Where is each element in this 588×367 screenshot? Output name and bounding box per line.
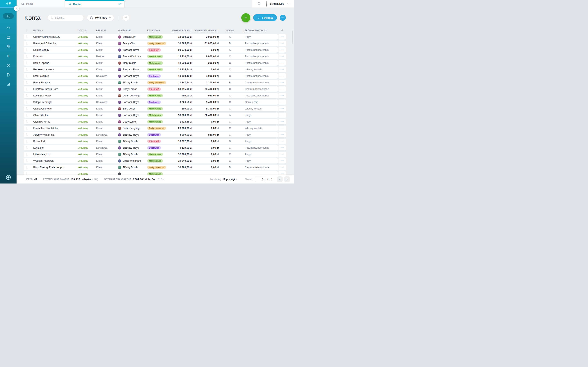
account-row[interactable]: Beton i spółka Aktualny Klient Mary Claf…	[24, 60, 286, 66]
sidebar-item-search[interactable]	[3, 13, 14, 19]
table-more-button[interactable]: •••	[280, 15, 286, 21]
sidebar-item-calendar[interactable]	[6, 33, 10, 42]
row-menu-button[interactable]: •••	[278, 100, 286, 105]
column-header-ocena[interactable]: OCENA	[221, 29, 239, 32]
row-menu-button[interactable]: •••	[278, 158, 286, 164]
account-row[interactable]: Stal Excalibur Aktualny Dostawca Zaznacz…	[24, 73, 286, 79]
sidebar-item-documents[interactable]	[6, 70, 10, 80]
account-row[interactable]: Obrazy Alphonse'a LLC Aktualny Klient St…	[24, 34, 286, 40]
account-row-main[interactable]: Beton i spółka Aktualny Klient Mary Claf…	[24, 60, 278, 66]
account-row[interactable]: Firma Fikcyjna Aktualny Klient Tiffany B…	[24, 80, 286, 85]
row-menu-button[interactable]: •••	[278, 80, 286, 85]
account-checkbox[interactable]	[26, 81, 27, 84]
prev-page-button[interactable]	[277, 176, 283, 182]
account-row-main[interactable]: Break and Drive, Inc. Aktualny Klient Je…	[24, 41, 278, 46]
account-checkbox[interactable]	[26, 55, 27, 58]
column-header-zrodlo[interactable]: ŹRÓDŁO KONTAKTU	[239, 29, 278, 32]
account-checkbox[interactable]	[26, 153, 27, 156]
row-menu-button[interactable]: •••	[278, 139, 286, 144]
account-row-main[interactable]: Aktualny Mały biznes	[24, 171, 278, 175]
row-menu-button[interactable]: •••	[278, 119, 286, 124]
account-row[interactable]: Kover, Ltd. Aktualny Klient Tiffany Boot…	[24, 139, 286, 144]
account-row-main[interactable]: Layla Inc. Aktualny Dostawca Zaznacz Ray…	[24, 145, 278, 150]
sidebar-item-contacts[interactable]	[6, 42, 11, 51]
account-checkbox[interactable]	[26, 133, 27, 136]
account-checkbox[interactable]	[26, 68, 27, 71]
account-row[interactable]: Budowa parasola Aktualny Klient Zaznacz …	[24, 67, 286, 72]
account-row-main[interactable]: Jeremy Winter Inc. Aktualny Dostawca Zaz…	[24, 132, 278, 137]
row-menu-button[interactable]: •••	[278, 54, 286, 59]
row-menu-button[interactable]: •••	[278, 145, 286, 150]
account-row-main[interactable]: Stal Excalibur Aktualny Dostawca Zaznacz…	[24, 73, 278, 79]
account-checkbox[interactable]	[26, 140, 27, 143]
account-row[interactable]: Ciasta Charlotte Aktualny Klient Sara Ol…	[24, 106, 286, 111]
column-header-kategoria[interactable]: KATEGORIA	[146, 29, 170, 32]
account-checkbox[interactable]	[26, 62, 27, 64]
next-page-button[interactable]	[284, 176, 290, 182]
search-input[interactable]	[54, 16, 81, 19]
my-filters-button[interactable]: Moje filtry	[87, 15, 114, 21]
account-row-main[interactable]: Spółka Candy Aktualny Klient Zaznacz Ray…	[24, 47, 278, 53]
account-checkbox[interactable]	[26, 146, 27, 149]
row-menu-button[interactable]: •••	[278, 41, 286, 46]
row-menu-button[interactable]: •••	[278, 73, 286, 79]
edit-columns-button[interactable]	[278, 29, 286, 32]
account-row[interactable]: Jeremy Winter Inc. Aktualny Dostawca Zaz…	[24, 132, 286, 137]
account-row[interactable]: Firma Jazz Rabbit, Inc. Aktualny Klient …	[24, 125, 286, 131]
account-checkbox[interactable]	[26, 35, 27, 38]
account-row-main[interactable]: Logistyka lotów Aktualny Klient Delfin J…	[24, 93, 278, 98]
account-checkbox[interactable]	[26, 107, 27, 110]
account-row-main[interactable]: Little Mars, Ltd. Aktualny Klient Tiffan…	[24, 152, 278, 157]
tab-overflow-button[interactable]: •••	[118, 0, 125, 8]
page-number-input[interactable]	[255, 176, 265, 182]
row-menu-button[interactable]: •••	[278, 34, 286, 40]
sidebar-item-history[interactable]	[6, 61, 10, 70]
column-header-nazwa[interactable]: NAZWA^	[32, 29, 77, 32]
account-checkbox[interactable]	[26, 42, 27, 45]
column-header-relacja[interactable]: RELACJA	[95, 29, 116, 32]
account-row-main[interactable]: Ciasta Charlotte Aktualny Klient Sara Ol…	[24, 106, 278, 111]
account-row[interactable]: Aktualny Mały biznes •••	[24, 171, 286, 175]
row-menu-button[interactable]: •••	[278, 47, 286, 53]
account-row-main[interactable]: Biuro Rzeczy Znalezionych Aktualny Klien…	[24, 165, 278, 170]
row-menu-button[interactable]: •••	[278, 113, 286, 118]
account-row[interactable]: Layla Inc. Aktualny Dostawca Zaznacz Ray…	[24, 145, 286, 150]
row-menu-button[interactable]: •••	[278, 165, 286, 170]
add-filter-view-button[interactable]: +	[123, 15, 129, 21]
per-page-select[interactable]: 50 pozycji	[223, 178, 238, 181]
tab-panel[interactable]: Panel	[17, 0, 69, 8]
account-checkbox[interactable]	[26, 75, 27, 77]
row-menu-button[interactable]: •••	[278, 106, 286, 111]
column-header-wlasciciel[interactable]: WŁAŚCICIEL	[116, 29, 146, 32]
row-menu-button[interactable]: •••	[278, 152, 286, 157]
account-checkbox[interactable]	[26, 94, 27, 97]
account-row-main[interactable]: Budowa parasola Aktualny Klient Zaznacz …	[24, 67, 278, 72]
account-checkbox[interactable]	[26, 49, 27, 51]
sidebar-item-reports[interactable]	[6, 80, 10, 89]
account-checkbox[interactable]	[26, 166, 27, 169]
account-row[interactable]: Kompas Aktualny Partner Bruce Windham Ma…	[24, 54, 286, 59]
account-row-main[interactable]: FineBank Group Corp Aktualny Klient Cody…	[24, 86, 278, 92]
row-menu-button[interactable]: •••	[278, 93, 286, 98]
account-row[interactable]: Sklep Greenlight Aktualny Dostawca Zazna…	[24, 100, 286, 105]
account-row-main[interactable]: Kompas Aktualny Partner Bruce Windham Ma…	[24, 54, 278, 59]
user-menu-chevron-icon[interactable]	[287, 2, 290, 5]
account-row[interactable]: Wygląd i naprawa Aktualny Klient Bruce W…	[24, 158, 286, 164]
row-menu-button[interactable]: •••	[278, 67, 286, 72]
select-all-checkbox[interactable]	[26, 29, 27, 32]
account-row[interactable]: FineBank Group Corp Aktualny Klient Cody…	[24, 86, 286, 92]
sidebar-item-finance[interactable]: $	[7, 51, 9, 61]
notifications-bell-icon[interactable]	[257, 2, 261, 6]
column-header-status[interactable]: STATUS	[77, 29, 95, 32]
row-menu-button[interactable]: •••	[278, 132, 286, 137]
account-row[interactable]: Break and Drive, Inc. Aktualny Klient Je…	[24, 41, 286, 46]
sidebar-add-button[interactable]	[0, 175, 17, 180]
account-row-main[interactable]: Sklep Greenlight Aktualny Dostawca Zazna…	[24, 100, 278, 105]
row-menu-button[interactable]: •••	[278, 86, 286, 92]
account-row[interactable]: Ciekawa Firma Aktualny Klient Cody Lemon…	[24, 119, 286, 124]
scrollbar-thumb[interactable]	[292, 31, 293, 44]
account-checkbox[interactable]	[26, 173, 27, 175]
column-header-wygrane[interactable]: WYGRANE TRAN…	[170, 29, 193, 32]
row-menu-button[interactable]: •••	[278, 125, 286, 131]
sidebar-item-cloud[interactable]	[6, 23, 10, 33]
